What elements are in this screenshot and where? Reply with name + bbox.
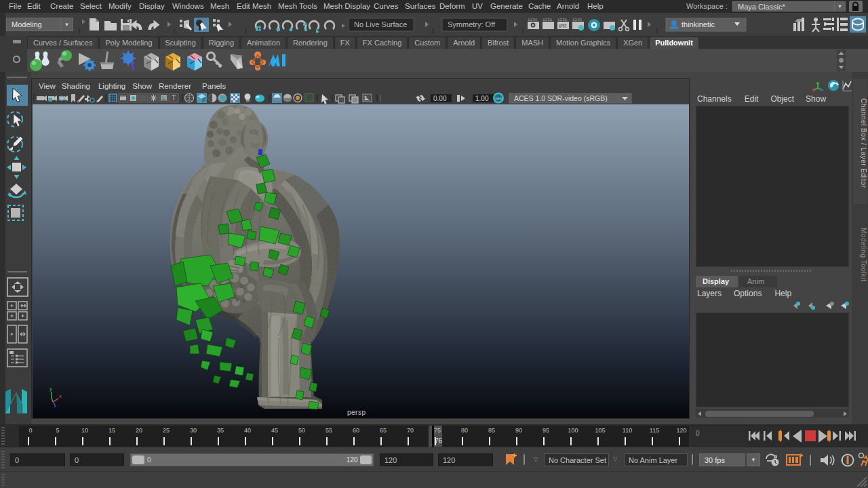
svg-text:10: 10 — [81, 427, 88, 434]
svg-text:T: T — [172, 94, 176, 102]
svg-text:35: 35 — [217, 427, 224, 434]
svg-text:65: 65 — [380, 427, 387, 434]
svg-text:view: view — [495, 96, 502, 100]
svg-text:y: y — [50, 386, 52, 392]
svg-text:IPR: IPR — [559, 24, 567, 28]
svg-text:45: 45 — [271, 427, 278, 434]
svg-text:110: 110 — [623, 427, 632, 434]
svg-text:85: 85 — [488, 427, 495, 434]
svg-text:1231: 1231 — [572, 18, 583, 22]
svg-text:50: 50 — [298, 427, 305, 434]
svg-text:30: 30 — [190, 427, 197, 434]
svg-text:76: 76 — [435, 437, 443, 445]
svg-text:1231: 1231 — [528, 18, 538, 22]
svg-text:0: 0 — [28, 427, 32, 434]
svg-text:70: 70 — [407, 427, 414, 434]
svg-text:90: 90 — [515, 427, 522, 434]
svg-text:60: 60 — [353, 427, 359, 434]
svg-text:20: 20 — [136, 427, 142, 434]
svg-text:105: 105 — [595, 427, 605, 434]
svg-text:80: 80 — [461, 427, 468, 434]
svg-text:0.00: 0.00 — [433, 95, 447, 102]
svg-text:thinkinetic: thinkinetic — [682, 20, 715, 28]
svg-text:1231: 1231 — [542, 18, 553, 22]
svg-text:75: 75 — [434, 427, 441, 434]
svg-text:persp: persp — [347, 409, 366, 416]
svg-text:95: 95 — [542, 427, 549, 434]
svg-text:No Live Surface: No Live Surface — [354, 20, 407, 28]
svg-text:115: 115 — [650, 427, 659, 434]
svg-text:120: 120 — [676, 427, 686, 434]
svg-text:ACES 1.0 SDR-video (sRGB): ACES 1.0 SDR-video (sRGB) — [514, 94, 608, 102]
svg-text:55: 55 — [326, 427, 332, 434]
svg-text:x: x — [59, 393, 62, 399]
svg-text:Symmetry: Off: Symmetry: Off — [448, 20, 496, 28]
svg-text:1231: 1231 — [557, 18, 568, 22]
svg-text:15: 15 — [108, 427, 115, 434]
svg-text:1.00: 1.00 — [475, 95, 489, 102]
svg-text:25: 25 — [163, 427, 170, 434]
svg-text:5: 5 — [56, 427, 59, 434]
svg-text:100: 100 — [568, 427, 578, 434]
svg-text:40: 40 — [244, 427, 251, 434]
